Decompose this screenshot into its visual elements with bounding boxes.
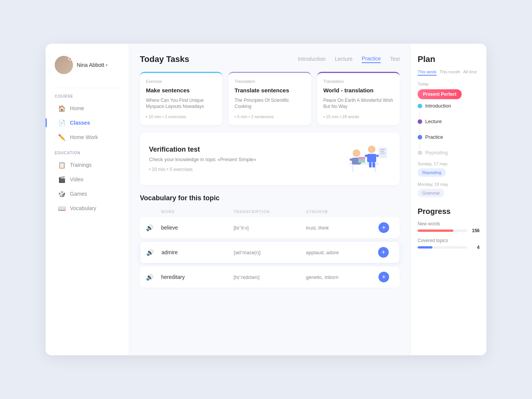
progress-title: Progress: [418, 207, 480, 216]
plan-item-repeating: Repeating: [418, 150, 480, 155]
tab-lecture[interactable]: Lecture: [335, 56, 353, 63]
sidebar-item-trainings[interactable]: 📋 Trainings: [55, 158, 121, 172]
progress-bar-bg-words: [418, 230, 467, 232]
plan-line: [420, 112, 420, 119]
progress-bar-row-words: 156: [418, 228, 480, 233]
col-word: WORD: [161, 210, 234, 214]
progress-item-topics: Covered topics 4: [418, 238, 480, 250]
plan-item-introduction-label: Introduction: [425, 103, 451, 109]
vocab-row-0: 🔊 believe [bɪˈliːv] trust, think +: [140, 217, 400, 238]
plan-dot-repeating: [418, 150, 422, 155]
progress-bar-row-topics: 4: [418, 245, 480, 250]
task-meta-0: • 10 min • 2 exercises: [146, 114, 216, 119]
sidebar-item-home-label: Home: [70, 105, 84, 111]
sidebar: Nina Abbott ▾ COURSE 🏠 Home 📄 Classes ✏️…: [46, 44, 129, 355]
sidebar-item-home[interactable]: 🏠 Home: [55, 101, 121, 115]
add-word-btn-2[interactable]: +: [378, 272, 389, 282]
tab-introduction[interactable]: Introduction: [298, 56, 326, 63]
games-icon: 🎲: [59, 190, 65, 197]
plan-tab-alltime[interactable]: All time: [463, 69, 477, 76]
vocab-word-2: hereditary: [161, 274, 234, 280]
col-synonym: SYNONYM: [306, 210, 378, 214]
vocab-word-0: believe: [161, 225, 234, 231]
user-name-text: Nina Abbott: [77, 62, 104, 68]
vocab-transcription-0: [bɪˈliːv]: [234, 225, 306, 231]
task-type-2: Translation: [323, 79, 394, 84]
progress-bar-fill-topics: [418, 246, 432, 249]
svg-rect-15: [372, 162, 375, 168]
sidebar-item-games-label: Games: [70, 191, 87, 197]
plan-item-introduction: Introduction: [418, 103, 480, 109]
vocab-word-1: admire: [162, 249, 234, 255]
svg-rect-8: [358, 159, 365, 161]
vocabulary-title: Vocabulary for this topic: [140, 194, 400, 202]
plan-dot-practice: [418, 135, 422, 139]
task-type-1: Translation: [234, 79, 305, 84]
task-name-2: World - translation: [323, 87, 394, 94]
add-word-btn-1[interactable]: +: [378, 247, 389, 258]
plan-line-3: [420, 144, 420, 150]
task-desc-2: Peace On Earth A Wonderful Wish But No W…: [323, 97, 394, 110]
sidebar-item-classes[interactable]: 📄 Classes: [55, 116, 121, 130]
sidebar-item-trainings-label: Trainings: [70, 162, 92, 168]
home-icon: 🏠: [59, 105, 65, 112]
plan-today-label: Today: [418, 82, 480, 86]
vocabulary-table: WORD TRANSCRIPTION SYNONYM 🔊 believe [bɪ…: [140, 208, 400, 288]
plan-item-practice-label: Practice: [425, 134, 443, 140]
verification-meta: • 20 min • 5 exercises: [149, 167, 256, 172]
homework-icon: ✏️: [59, 134, 65, 141]
verification-content: Verification test Check your knowledge i…: [149, 146, 256, 172]
chevron-down-icon: ▾: [106, 63, 108, 67]
vocabulary-icon: 📖: [59, 205, 65, 212]
progress-item-words: New words 156: [418, 221, 480, 233]
sound-icon-0[interactable]: 🔊: [146, 224, 161, 231]
sidebar-item-homework-label: Home Work: [70, 134, 98, 140]
progress-label-topics: Covered topics: [418, 238, 480, 243]
schedule-day-sunday: Sunday, 17 may: [418, 162, 480, 166]
progress-count-topics: 4: [470, 245, 480, 250]
plan-tab-week[interactable]: This week: [418, 69, 437, 76]
sidebar-item-homework[interactable]: ✏️ Home Work: [55, 130, 121, 144]
svg-rect-16: [378, 147, 387, 158]
course-section: COURSE 🏠 Home 📄 Classes ✏️ Home Work: [55, 94, 121, 145]
plan-line-2: [420, 128, 420, 134]
classes-icon: 📄: [59, 119, 65, 126]
plan-dot-introduction: [418, 104, 422, 108]
task-card-1[interactable]: Translation Translate sentences The Prin…: [228, 72, 311, 125]
task-card-2[interactable]: Translation World - translation Peace On…: [317, 72, 400, 125]
plan-panel: Plan This week This month All time Today…: [410, 44, 486, 355]
vocab-row-2: 🔊 hereditary [hɪˈredɪtərɪ] genetic, inbo…: [140, 266, 400, 288]
sidebar-item-video[interactable]: 🎬 Video: [55, 173, 121, 186]
task-card-0[interactable]: Exercise Make sentences Where Can You Fi…: [140, 72, 222, 125]
task-type-0: Exercise: [146, 79, 216, 84]
verification-desc: Check your knowledge in topic «Present S…: [149, 157, 256, 162]
svg-rect-11: [367, 154, 376, 162]
sound-icon-2[interactable]: 🔊: [146, 274, 161, 281]
task-meta-2: • 15 min • 28 words: [323, 114, 394, 119]
avatar: [55, 56, 73, 74]
vocab-synonym-0: trust, think: [306, 225, 378, 231]
sidebar-item-vocabulary[interactable]: 📖 Vocabulary: [55, 201, 121, 215]
plan-today-badge: Present Perfect: [418, 89, 462, 99]
tab-test[interactable]: Test: [390, 56, 400, 63]
task-tabs: Introduction Lecture Practice Test: [298, 55, 400, 63]
svg-rect-12: [365, 155, 369, 157]
sidebar-item-games[interactable]: 🎲 Games: [55, 187, 121, 201]
sidebar-item-classes-label: Classes: [70, 120, 90, 126]
vocab-transcription-1: [ədˈmaɪə(r)]: [234, 250, 306, 255]
progress-section: Progress New words 156 Covered topics 4: [418, 207, 480, 250]
plan-item-lecture: Lecture: [418, 119, 480, 124]
verification-illustration: [337, 142, 391, 176]
svg-point-3: [353, 149, 360, 157]
video-icon: 🎬: [59, 176, 65, 183]
plan-item-practice: Practice: [418, 134, 480, 140]
sound-icon-1[interactable]: 🔊: [146, 249, 162, 256]
schedule-badge-monday: Grammar: [418, 189, 444, 197]
schedule-day-monday: Monday, 19 may: [418, 182, 480, 187]
verification-card[interactable]: Verification test Check your knowledge i…: [140, 133, 400, 185]
user-info[interactable]: Nina Abbott ▾: [55, 56, 121, 74]
tab-practice[interactable]: Practice: [362, 55, 381, 63]
add-word-btn-0[interactable]: +: [378, 222, 389, 233]
task-meta-1: • 5 min • 2 sentences: [234, 114, 305, 119]
plan-tab-month[interactable]: This month: [440, 69, 460, 76]
